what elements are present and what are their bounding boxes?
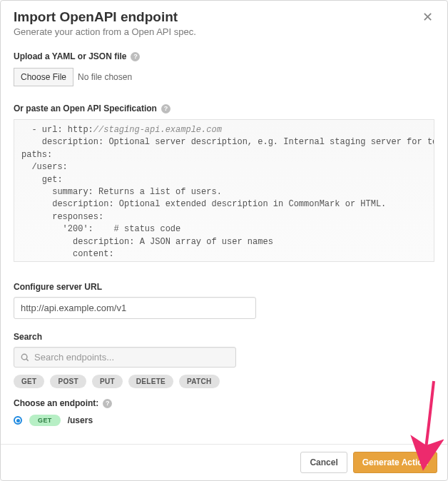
help-icon[interactable]: ? <box>131 52 140 61</box>
search-label: Search <box>14 332 434 342</box>
svg-line-1 <box>26 358 29 360</box>
close-icon[interactable]: ✕ <box>421 9 434 25</box>
upload-label: Upload a YAML or JSON file ? <box>14 51 434 61</box>
search-input-wrap[interactable] <box>14 347 236 368</box>
modal-header: Import OpenAPI endpoint Generate your ac… <box>14 9 434 37</box>
method-filter-patch[interactable]: PATCH <box>179 375 219 388</box>
cancel-button[interactable]: Cancel <box>300 452 347 473</box>
upload-section: Upload a YAML or JSON file ? Choose File… <box>14 51 434 86</box>
server-url-section: Configure server URL <box>14 282 434 319</box>
upload-label-text: Upload a YAML or JSON file <box>14 51 126 61</box>
endpoint-path: /users <box>68 415 93 425</box>
endpoint-radio[interactable] <box>14 416 22 425</box>
code-body: description: Optional server description… <box>21 137 434 262</box>
modal-title: Import OpenAPI endpoint <box>14 9 196 25</box>
code-line-url: - url: http://staging-api.example.com <box>21 125 222 135</box>
search-section: Search GET POST PUT DELETE PATCH <box>14 332 434 388</box>
method-filter-post[interactable]: POST <box>50 375 86 388</box>
search-icon <box>20 353 30 363</box>
choose-file-button[interactable]: Choose File <box>14 68 73 86</box>
help-icon[interactable]: ? <box>103 399 112 408</box>
search-input[interactable] <box>34 352 230 363</box>
server-url-label: Configure server URL <box>14 282 434 292</box>
choose-endpoint-label-text: Choose an endpoint: <box>14 398 98 408</box>
import-openapi-modal: Import OpenAPI endpoint Generate your ac… <box>0 0 448 481</box>
paste-label-text: Or paste an Open API Specification <box>14 103 157 113</box>
file-chosen-status: No file chosen <box>78 72 132 82</box>
method-filter-put[interactable]: PUT <box>92 375 123 388</box>
file-chooser-row: Choose File No file chosen <box>14 68 434 86</box>
method-filter-delete[interactable]: DELETE <box>128 375 173 388</box>
server-url-input[interactable] <box>14 297 256 319</box>
paste-section: Or paste an Open API Specification ? - u… <box>14 103 434 262</box>
modal-subtitle: Generate your action from a Open API spe… <box>14 26 196 37</box>
paste-label: Or paste an Open API Specification ? <box>14 103 434 113</box>
http-method-filters: GET POST PUT DELETE PATCH <box>14 375 434 388</box>
endpoint-method-badge: GET <box>29 415 61 426</box>
svg-point-0 <box>21 354 27 360</box>
modal-body: Import OpenAPI endpoint Generate your ac… <box>1 1 447 444</box>
generate-action-button[interactable]: Generate Action <box>353 452 437 473</box>
choose-endpoint-section: Choose an endpoint: ? GET /users <box>14 398 434 426</box>
endpoint-option-row[interactable]: GET /users <box>14 415 434 426</box>
openapi-spec-textarea[interactable]: - url: http://staging-api.example.com de… <box>14 119 434 262</box>
help-icon[interactable]: ? <box>161 104 170 113</box>
modal-footer: Cancel Generate Action <box>1 444 447 480</box>
method-filter-get[interactable]: GET <box>14 375 44 388</box>
choose-endpoint-label: Choose an endpoint: ? <box>14 398 434 408</box>
